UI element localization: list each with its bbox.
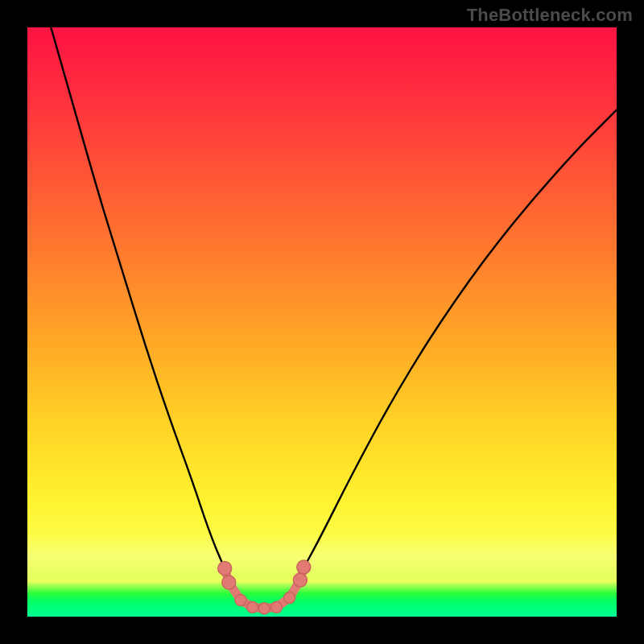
trough-marker-dot xyxy=(235,595,246,606)
bottleneck-curve xyxy=(51,27,617,608)
trough-marker-dot xyxy=(297,560,311,574)
trough-marker-dot xyxy=(218,562,232,576)
trough-marker-dot xyxy=(247,601,258,613)
chart-frame: TheBottleneck.com xyxy=(0,0,644,644)
curve-layer xyxy=(27,27,617,617)
trough-marker-dot xyxy=(222,576,236,589)
trough-marker-dot xyxy=(271,601,283,613)
trough-marker-dot xyxy=(293,573,307,587)
plot-area xyxy=(27,27,617,617)
trough-marker-dot xyxy=(258,603,270,614)
trough-markers xyxy=(218,560,311,614)
watermark-text: TheBottleneck.com xyxy=(467,5,633,26)
trough-marker-dot xyxy=(284,592,295,604)
curve-path xyxy=(51,27,617,608)
